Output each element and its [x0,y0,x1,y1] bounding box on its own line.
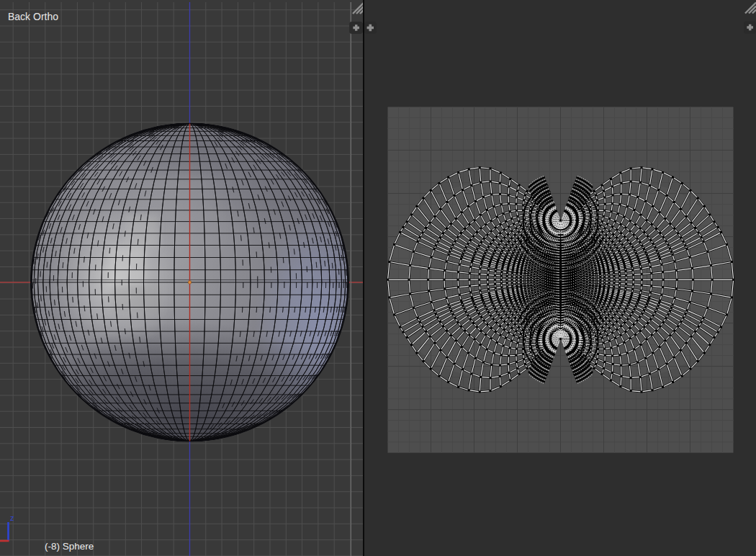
svg-text:z: z [10,514,14,522]
svg-text:Back Ortho: Back Ortho [8,11,58,22]
svg-text:(-8) Sphere: (-8) Sphere [45,541,94,552]
